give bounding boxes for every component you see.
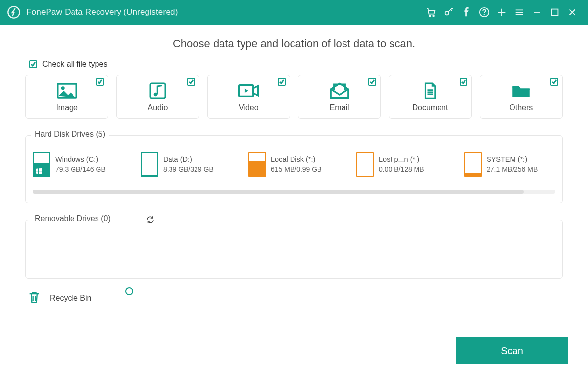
cart-icon[interactable]	[422, 0, 440, 25]
recycle-bin-option[interactable]: Recycle Bin	[27, 289, 135, 324]
hard-disk-drives: Windows (C:)79.3 GB/146 GBData (D:)8.39 …	[33, 150, 555, 179]
check-all-label: Check all file types	[42, 60, 107, 69]
drive-item[interactable]: SYSTEM (*:)27.1 MB/256 MB	[464, 150, 555, 179]
help-icon[interactable]	[475, 0, 493, 25]
svg-rect-6	[552, 9, 558, 16]
drive-capacity: 8.39 GB/329 GB	[163, 165, 214, 173]
type-card-image[interactable]: Image	[25, 75, 108, 119]
app-logo-icon	[7, 5, 21, 19]
type-checkbox[interactable]	[96, 78, 104, 86]
titlebar: FonePaw Data Recovery (Unregistered)	[0, 0, 588, 25]
scan-button[interactable]: Scan	[456, 337, 568, 364]
document-icon	[420, 81, 441, 101]
svg-point-1	[429, 15, 431, 17]
drive-capacity: 79.3 GB/146 GB	[55, 165, 106, 173]
hard-disk-legend: Hard Disk Drives (5)	[31, 130, 109, 139]
type-checkbox[interactable]	[278, 78, 286, 86]
svg-point-2	[433, 15, 434, 17]
drive-name: Lost p...n (*:)	[379, 155, 424, 163]
drive-item[interactable]: Local Disk (*:)615 MB/0.99 GB	[248, 150, 346, 179]
refresh-icon[interactable]	[144, 214, 157, 225]
audio-icon	[147, 81, 168, 101]
drive-item[interactable]: Windows (C:)79.3 GB/146 GB	[33, 150, 131, 179]
svg-point-8	[61, 86, 64, 90]
type-card-video[interactable]: Video	[207, 75, 290, 119]
type-card-document[interactable]: Document	[389, 75, 471, 119]
type-checkbox[interactable]	[368, 78, 376, 86]
type-card-others[interactable]: Others	[480, 75, 563, 119]
drive-capacity: 615 MB/0.99 GB	[271, 165, 322, 173]
page-heading: Choose data type and location of lost da…	[25, 37, 563, 50]
hard-disk-section: Hard Disk Drives (5) Windows (C:)79.3 GB…	[25, 135, 563, 203]
drive-name: Windows (C:)	[55, 155, 106, 163]
removable-section: Removable Drives (0)	[25, 220, 563, 279]
window-title: FonePaw Data Recovery (Unregistered)	[26, 7, 178, 17]
type-label: Others	[509, 103, 533, 112]
check-all-checkbox[interactable]	[29, 60, 37, 68]
image-icon	[57, 81, 77, 101]
disk-icon	[356, 152, 374, 177]
disk-icon	[248, 152, 266, 177]
others-icon	[511, 81, 531, 101]
file-type-grid: ImageAudioVideoEmailDocumentOthers	[25, 75, 563, 119]
svg-point-3	[445, 11, 449, 15]
type-checkbox[interactable]	[187, 78, 195, 86]
type-card-email[interactable]: Email	[298, 75, 381, 119]
email-icon	[329, 81, 350, 101]
recycle-radio[interactable]	[125, 287, 133, 295]
menu-icon[interactable]	[511, 0, 528, 25]
type-checkbox[interactable]	[460, 78, 467, 86]
key-icon[interactable]	[440, 0, 458, 25]
maximize-icon[interactable]	[546, 0, 564, 25]
disk-icon	[33, 152, 50, 177]
type-label: Email	[330, 103, 349, 112]
disk-icon	[464, 152, 482, 177]
plus-icon[interactable]	[493, 0, 511, 25]
type-label: Audio	[148, 103, 168, 112]
drive-capacity: 27.1 MB/256 MB	[487, 165, 538, 173]
disk-icon	[141, 152, 158, 177]
type-checkbox[interactable]	[550, 78, 558, 86]
drives-scrollbar[interactable]	[33, 190, 555, 194]
type-label: Image	[56, 103, 77, 112]
video-icon	[238, 81, 259, 101]
removable-legend: Removable Drives (0)	[31, 214, 115, 223]
type-label: Document	[413, 103, 448, 112]
type-card-audio[interactable]: Audio	[116, 75, 199, 119]
recycle-label: Recycle Bin	[50, 294, 91, 303]
minimize-icon[interactable]	[528, 0, 546, 25]
svg-point-5	[484, 14, 485, 15]
drive-item[interactable]: Data (D:)8.39 GB/329 GB	[141, 150, 239, 179]
type-label: Video	[239, 103, 259, 112]
trash-icon	[27, 289, 41, 307]
drive-capacity: 0.00 B/128 MB	[379, 165, 424, 173]
drive-name: Local Disk (*:)	[271, 155, 322, 163]
drive-name: SYSTEM (*:)	[487, 155, 538, 163]
close-icon[interactable]	[564, 0, 581, 25]
drive-item[interactable]: Lost p...n (*:)0.00 B/128 MB	[356, 150, 454, 179]
check-all-row[interactable]: Check all file types	[25, 58, 563, 71]
drive-name: Data (D:)	[163, 155, 214, 163]
facebook-icon[interactable]	[458, 0, 475, 25]
